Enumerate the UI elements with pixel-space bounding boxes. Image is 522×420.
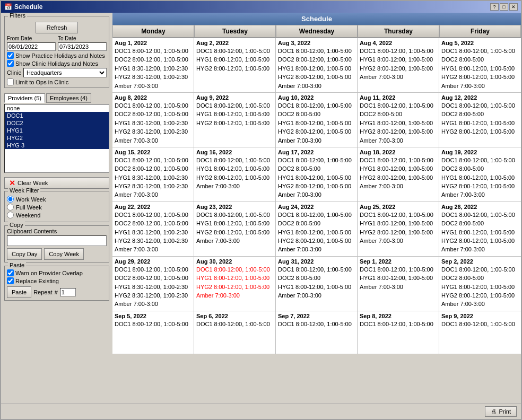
day-cell[interactable]: Aug 12, 2022DOC1 8:00-12:00, 1:00-5:00DO…: [439, 93, 521, 147]
schedule-entry: Amber 7:00-3:00: [360, 283, 437, 291]
schedule-entry: Amber 7:00-3:00: [278, 246, 355, 253]
copy-day-button[interactable]: Copy Day: [7, 248, 42, 260]
day-cell[interactable]: Aug 17, 2022DOC1 8:00-12:00, 1:00-5:00DO…: [276, 147, 358, 202]
day-date: Aug 22, 2022: [115, 204, 192, 210]
day-cell[interactable]: Aug 29, 2022DOC1 8:00-12:00, 1:00-5:00DO…: [112, 257, 194, 311]
day-cell[interactable]: Aug 25, 2022DOC1 8:00-12:00, 1:00-5:00HY…: [358, 202, 439, 256]
employees-tab[interactable]: Employees (4): [46, 93, 91, 103]
day-cell[interactable]: Sep 9, 2022DOC1 8:00-12:00, 1:00-5:00: [439, 311, 521, 354]
day-date: Aug 16, 2022: [196, 149, 273, 155]
schedule-entry: DOC2 8:00-12:00, 1:00-5:00: [115, 220, 192, 228]
provider-item[interactable]: DOC2: [5, 119, 109, 127]
clinic-select[interactable]: Headquarters: [23, 68, 107, 77]
schedule-entry-red: Amber 7:00-3:00: [196, 292, 273, 300]
day-cell[interactable]: Sep 6, 2022DOC1 8:00-12:00, 1:00-5:00: [194, 311, 276, 354]
replace-existing-checkbox[interactable]: [7, 277, 14, 284]
schedule-entry: HYG1 8:00-12:00, 1:00-5:00: [196, 220, 273, 228]
day-date: Aug 1, 2022: [115, 40, 192, 46]
day-cell[interactable]: Aug 10, 2022DOC1 8:00-12:00, 1:00-5:00DO…: [276, 93, 358, 147]
schedule-entry: DOC1 8:00-12:00, 1:00-5:00: [360, 47, 437, 55]
provider-item[interactable]: HYG2: [5, 134, 109, 142]
schedule-body[interactable]: Aug 1, 2022DOC1 8:00-12:00, 1:00-5:00DOC…: [112, 38, 521, 404]
day-cell[interactable]: Sep 8, 2022DOC1 8:00-12:00, 1:00-5:00: [358, 311, 439, 354]
warn-overlap-checkbox[interactable]: [7, 269, 14, 276]
providers-tab[interactable]: Providers (5): [4, 93, 45, 103]
day-cell[interactable]: Aug 9, 2022DOC1 8:00-12:00, 1:00-5:00HYG…: [194, 93, 276, 147]
tabs-row: Providers (5) Employees (4): [4, 93, 109, 103]
day-date: Aug 5, 2022: [441, 40, 519, 46]
provider-tabs-section: Providers (5) Employees (4) noneDOC1DOC2…: [4, 91, 109, 173]
full-week-radio[interactable]: [7, 204, 14, 211]
weekend-radio[interactable]: [7, 212, 14, 218]
day-cell[interactable]: Aug 19, 2022DOC1 8:00-12:00, 1:00-5:00DO…: [439, 147, 521, 202]
day-date: Aug 25, 2022: [360, 204, 437, 210]
day-cell[interactable]: Aug 24, 2022DOC1 8:00-12:00, 1:00-5:00DO…: [276, 202, 358, 256]
paste-button[interactable]: Paste: [7, 286, 31, 298]
to-date-input[interactable]: [58, 42, 107, 51]
schedule-entry: Amber 7:00-3:00: [115, 300, 192, 308]
repeat-input[interactable]: [60, 288, 76, 296]
copy-week-button[interactable]: Copy Week: [44, 248, 84, 260]
limit-row: Limit to Ops in Clinic: [7, 78, 107, 85]
day-cell[interactable]: Aug 3, 2022DOC1 8:00-12:00, 1:00-5:00DOC…: [276, 38, 358, 92]
schedule-entry-red: HYG2 8:00-12:00, 1:00-5:00: [196, 283, 273, 291]
help-button[interactable]: ?: [490, 3, 499, 11]
schedule-entry: HYG2 8:00-12:00, 1:00-5:00: [441, 292, 519, 300]
clinic-label: Clinic: [7, 69, 21, 76]
copy-buttons: Copy Day Copy Week: [7, 248, 107, 260]
schedule-entry: HYG1 8:00-12:00, 1:00-5:00: [441, 174, 519, 182]
day-cell[interactable]: Sep 2, 2022DOC1 8:00-12:00, 1:00-5:00DOC…: [439, 257, 521, 311]
from-date-label: From Date: [7, 36, 56, 41]
week-filter-group: Week Filter Work Week Full Week Weekend: [4, 191, 109, 222]
day-cell[interactable]: Aug 26, 2022DOC1 8:00-12:00, 1:00-5:00DO…: [439, 202, 521, 256]
schedule-entry: HYG2 8:00-12:00, 1:00-5:00: [360, 174, 437, 182]
replace-existing-row: Replace Existing: [7, 277, 107, 284]
refresh-button[interactable]: Refresh: [36, 22, 78, 33]
day-cell[interactable]: Aug 30, 2022DOC1 8:00-12:00, 1:00-5:00HY…: [194, 257, 276, 311]
provider-item[interactable]: HYG 3: [5, 142, 109, 149]
show-practice-checkbox[interactable]: [7, 52, 14, 59]
clear-week-label: Clear Week: [18, 180, 48, 186]
schedule-entry: HYG2 8:30-12:00, 1:00-2:30: [115, 292, 192, 300]
close-button[interactable]: ✕: [509, 3, 518, 11]
work-week-radio[interactable]: [7, 196, 14, 203]
day-cell[interactable]: Aug 2, 2022DOC1 8:00-12:00, 1:00-5:00HYG…: [194, 38, 276, 92]
day-cell[interactable]: Aug 18, 2022DOC1 8:00-12:00, 1:00-5:00HY…: [358, 147, 439, 202]
schedule-entry: DOC2 8:00-5:00: [278, 165, 355, 173]
day-cell[interactable]: Sep 7, 2022DOC1 8:00-12:00, 1:00-5:00: [276, 311, 358, 354]
day-cell[interactable]: Aug 23, 2022DOC1 8:00-12:00, 1:00-5:00HY…: [194, 202, 276, 256]
provider-item[interactable]: HYG1: [5, 127, 109, 134]
provider-item[interactable]: none: [5, 104, 109, 112]
clipboard-input[interactable]: [7, 235, 107, 246]
schedule-entry: HYG1 8:00-12:00, 1:00-5:00: [278, 65, 355, 73]
schedule-entry: HYG2 8:00-12:00, 1:00-5:00: [196, 229, 273, 237]
day-cell[interactable]: Sep 5, 2022DOC1 8:00-12:00, 1:00-5:00: [112, 311, 194, 354]
schedule-entry: DOC2 8:00-5:00: [441, 165, 519, 173]
day-date: Aug 9, 2022: [196, 94, 273, 101]
schedule-entry: HYG1 8:00-12:00, 1:00-5:00: [360, 56, 437, 64]
warn-overlap-label: Warn on Provider Overlap: [15, 270, 83, 276]
day-cell[interactable]: Aug 16, 2022DOC1 8:00-12:00, 1:00-5:00HY…: [194, 147, 276, 202]
schedule-area: Schedule MondayTuesdayWednesdayThursdayF…: [112, 13, 521, 404]
day-cell[interactable]: Aug 15, 2022DOC1 8:00-12:00, 1:00-5:00DO…: [112, 147, 194, 202]
from-date-input[interactable]: [7, 42, 56, 51]
day-cell[interactable]: Sep 1, 2022DOC1 8:00-12:00, 1:00-5:00HYG…: [358, 257, 439, 311]
provider-item[interactable]: DOC1: [5, 112, 109, 119]
day-cell[interactable]: Aug 22, 2022DOC1 8:00-12:00, 1:00-5:00DO…: [112, 202, 194, 256]
maximize-button[interactable]: □: [500, 3, 508, 11]
day-cell[interactable]: Aug 8, 2022DOC1 8:00-12:00, 1:00-5:00DOC…: [112, 93, 194, 147]
day-cell[interactable]: Aug 1, 2022DOC1 8:00-12:00, 1:00-5:00DOC…: [112, 38, 194, 92]
day-date: Sep 2, 2022: [441, 258, 519, 265]
limit-ops-checkbox[interactable]: [7, 78, 14, 85]
day-cell[interactable]: Aug 4, 2022DOC1 8:00-12:00, 1:00-5:00HYG…: [358, 38, 439, 92]
day-cell[interactable]: Aug 31, 2022DOC1 8:00-12:00, 1:00-5:00DO…: [276, 257, 358, 311]
print-button[interactable]: 🖨 Print: [485, 406, 517, 417]
schedule-entry: DOC1 8:00-12:00, 1:00-5:00: [360, 266, 437, 274]
schedule-entry: Amber 7:00-3:00: [441, 246, 519, 253]
day-cell[interactable]: Aug 5, 2022DOC1 8:00-12:00, 1:00-5:00DOC…: [439, 38, 521, 92]
day-cell[interactable]: Aug 11, 2022DOC1 8:00-12:00, 1:00-5:00DO…: [358, 93, 439, 147]
title-bar: 📅 Schedule ? □ ✕: [1, 1, 521, 13]
filters-label: Filters: [8, 13, 27, 19]
show-clinic-checkbox[interactable]: [7, 60, 14, 67]
schedule-entry: HYG1 8:30-12:00, 1:00-2:30: [115, 65, 192, 73]
